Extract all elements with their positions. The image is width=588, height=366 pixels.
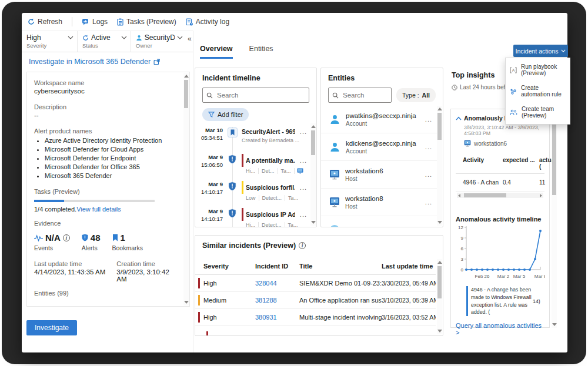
entity-type: Account — [346, 120, 416, 127]
more-options-button[interactable]: ... — [423, 115, 435, 124]
tab-overview[interactable]: Overview — [200, 45, 233, 59]
status-dropdown[interactable]: Active Status — [78, 31, 131, 52]
more-options-button[interactable]: ... — [298, 156, 309, 165]
shield-icon — [223, 181, 242, 191]
add-filter-button[interactable]: Add filter — [202, 108, 249, 121]
query-anomalous-link[interactable]: Query all anomalous activities > — [456, 322, 544, 336]
menu-item-create-automation-rule[interactable]: Create automation rule — [506, 80, 570, 102]
timeline-badge: Detect... — [259, 222, 285, 227]
column-header: Title — [299, 263, 382, 270]
incident-id-link[interactable]: 381288 — [255, 297, 299, 304]
table-row[interactable]: High 328044 SIEM&XDR Demo 01-09-23: Mul.… — [195, 275, 436, 292]
timeline-search-box[interactable] — [202, 88, 309, 103]
scrollbar-thumb[interactable] — [437, 266, 442, 298]
svg-text:6: 6 — [461, 246, 464, 251]
entity-row[interactable]: pwatkins@seccxp.ninja Account ... — [321, 106, 437, 133]
scroll-down-icon[interactable] — [437, 330, 442, 333]
scroll-up-icon[interactable] — [437, 261, 442, 264]
entity-row[interactable]: workstation6 Host ... — [321, 161, 437, 189]
chevron-down-icon — [177, 36, 183, 39]
severity-cell: High — [203, 314, 255, 321]
details-scrollbar[interactable] — [183, 73, 189, 305]
insight-hscrollbar[interactable] — [457, 193, 543, 198]
timeline-list: Mar 1005:34:51 SecurityAlert - 969... ..… — [195, 123, 310, 227]
account-circle-icon — [329, 224, 340, 227]
table-row[interactable]: Medium 381288 An Office application ran … — [195, 292, 436, 309]
tab-entities[interactable]: Entities — [249, 45, 273, 59]
toolbar-divider — [72, 17, 72, 26]
scrollbar-thumb[interactable] — [184, 80, 188, 108]
timeline-item[interactable]: Mar 914:10:17 Suspicious forfil... ... L… — [195, 177, 310, 204]
timeline-badge: Detect... — [259, 195, 286, 201]
type-filter-pill[interactable]: Type : All — [396, 88, 436, 102]
timeline-scrollbar[interactable] — [310, 123, 316, 226]
timeline-item[interactable]: Mar 915:06:50 A potentially ma... ... Hi… — [195, 150, 310, 177]
scroll-left-icon[interactable] — [458, 194, 460, 197]
scrollbar-thumb[interactable] — [464, 193, 506, 197]
scroll-up-icon[interactable] — [311, 125, 316, 128]
severity-dropdown[interactable]: High Severity — [22, 31, 78, 52]
alert-product-item: Microsoft Defender for Cloud Apps — [45, 146, 178, 153]
entity-row[interactable]: adm.pwatkins@seccxp.ninja... ... — [321, 216, 437, 227]
entity-row[interactable]: workstation8 Host ... — [321, 189, 437, 216]
insight-table-row[interactable]: 4946 - A chan 0.4 11 — [456, 174, 544, 192]
more-options-button[interactable]: ... — [298, 127, 309, 136]
timeline-item[interactable]: Mar 914:10:17 Suspicious IP Ad... ... Hi… — [195, 204, 310, 227]
scrollbar-thumb[interactable] — [311, 130, 315, 155]
info-icon[interactable]: i — [299, 242, 306, 249]
more-options-button[interactable]: ... — [423, 170, 435, 179]
scroll-up-icon[interactable] — [437, 108, 442, 110]
activity-log-button[interactable]: Activity log — [186, 18, 229, 26]
timeline-badge: Ta... — [285, 222, 301, 227]
insight-col-header: expected ... — [503, 157, 539, 170]
scroll-down-icon[interactable] — [437, 221, 442, 224]
info-icon[interactable]: i — [63, 234, 70, 241]
incident-id-link[interactable]: 328044 — [255, 280, 299, 287]
menu-item-run-playbook[interactable]: A Run playbook (Preview) — [506, 59, 570, 80]
insights-scrollbar[interactable] — [552, 109, 557, 328]
more-options-button[interactable]: ... — [298, 183, 309, 192]
investigate-m365-link[interactable]: Investigate in Microsoft 365 Defender — [29, 58, 160, 66]
incident-actions-button[interactable]: Incident actions — [513, 45, 568, 57]
more-options-button[interactable]: ... — [298, 210, 309, 219]
scroll-down-icon[interactable] — [311, 221, 316, 224]
investigate-button[interactable]: Investigate — [26, 320, 77, 335]
table-row[interactable]: High 380931 Multi-stage incident involvi… — [195, 309, 436, 326]
alert-product-item: Microsoft 365 Defender — [45, 172, 178, 179]
insight-note: 4946 - A change has been made to Windows… — [466, 286, 544, 316]
tasks-label: Tasks (Preview) — [126, 18, 176, 26]
more-options-button[interactable]: ... — [423, 197, 435, 207]
tasks-completed-text: 1/4 completed. — [34, 206, 76, 213]
timeline-item-time: 14:10:17 — [195, 216, 223, 223]
similar-scrollbar[interactable] — [437, 259, 442, 334]
entities-scrollbar[interactable] — [437, 106, 442, 226]
tasks-button[interactable]: Tasks (Preview) — [117, 18, 176, 26]
view-full-details-link[interactable]: View full details — [76, 206, 121, 213]
search-icon — [206, 92, 213, 99]
entities-search-box[interactable] — [328, 88, 392, 103]
column-header: Incident ID — [255, 263, 299, 270]
menu-item-create-team[interactable]: Create team (Preview) — [506, 102, 570, 123]
entity-row[interactable]: kdickens@seccxp.ninja Account ... — [321, 133, 437, 161]
events-stat: N/A i Events — [34, 233, 70, 251]
scroll-down-icon[interactable] — [552, 323, 557, 326]
scroll-up-icon[interactable] — [184, 75, 189, 78]
more-options-button[interactable]: ... — [423, 142, 435, 152]
scroll-right-icon[interactable] — [540, 194, 542, 197]
anomalous-activity-chart: 036912Feb 26Mar 2Mar 5Mar 9 — [456, 223, 545, 281]
collapse-panel-button[interactable]: « — [186, 31, 193, 52]
refresh-button[interactable]: Refresh — [28, 18, 62, 26]
timeline-search-input[interactable] — [216, 91, 305, 99]
more-options-button[interactable]: ... — [423, 225, 435, 227]
chevron-up-icon[interactable] — [456, 116, 462, 120]
owner-dropdown[interactable]: SecurityDem... Owner — [131, 31, 186, 52]
scroll-down-icon[interactable] — [184, 301, 189, 304]
alerts-stat: 48 Alerts — [82, 233, 101, 251]
logs-button[interactable]: Logs — [82, 18, 108, 26]
scrollbar-thumb[interactable] — [437, 113, 442, 140]
incident-id-link[interactable]: 380931 — [255, 314, 299, 321]
insight-date-range: 3/8/2023, 3:10:42 AM - 3/9/2023, 4:58:03… — [464, 125, 544, 136]
timeline-item[interactable]: Mar 1005:34:51 SecurityAlert - 969... ..… — [195, 123, 310, 150]
severity-bar — [242, 208, 243, 221]
entities-search-input[interactable] — [342, 91, 387, 99]
